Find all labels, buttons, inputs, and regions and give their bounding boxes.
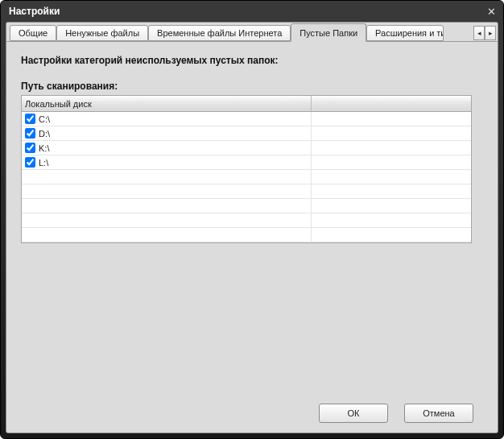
- table-row-empty: [22, 170, 471, 184]
- dialog-buttons: ОК Отмена: [6, 396, 498, 433]
- tab-label: Расширения и типы: [375, 28, 444, 38]
- cell-path: K:\: [22, 141, 312, 155]
- drive-checkbox[interactable]: [25, 128, 35, 139]
- table-row[interactable]: D:\: [22, 126, 471, 141]
- table-row-empty: [22, 184, 471, 199]
- scan-path-grid: Локальный диск C:\D:\K:\L:\: [21, 95, 472, 243]
- tab-scroll-right[interactable]: ▸: [485, 26, 496, 40]
- cell-empty: [312, 155, 471, 169]
- cell-empty: [22, 199, 312, 213]
- triangle-left-icon: ◂: [477, 29, 481, 37]
- window-title: Настройки: [9, 6, 484, 17]
- cell-empty: [312, 126, 471, 140]
- tab-scroll-controls: ◂ ▸: [473, 25, 498, 41]
- tabstrip: Общие Ненужные файлы Временные файлы Инт…: [6, 23, 498, 42]
- tab-content: Настройки категорий неиспользуемых пусты…: [6, 42, 498, 396]
- cell-empty: [312, 184, 471, 198]
- tab-general[interactable]: Общие: [10, 25, 56, 41]
- cell-path: L:\: [22, 155, 312, 169]
- table-row[interactable]: K:\: [22, 141, 471, 155]
- drive-path: K:\: [39, 143, 49, 153]
- table-row-empty: [22, 228, 471, 242]
- tab-empty-folders[interactable]: Пустые Папки: [291, 23, 366, 42]
- cell-empty: [312, 228, 471, 242]
- cell-empty: [312, 112, 471, 126]
- cell-empty: [312, 141, 471, 155]
- settings-window: Настройки ✕ Общие Ненужные файлы Временн…: [0, 0, 504, 439]
- grid-header-local-disk[interactable]: Локальный диск: [22, 96, 312, 112]
- cell-empty: [22, 184, 312, 198]
- cell-empty: [22, 228, 312, 242]
- ok-button[interactable]: ОК: [319, 404, 388, 423]
- grid-body: C:\D:\K:\L:\: [22, 112, 471, 242]
- grid-header-col2[interactable]: [312, 96, 471, 112]
- tab-internet-temp[interactable]: Временные файлы Интернета: [148, 25, 291, 41]
- tab-label: Общие: [19, 28, 48, 38]
- table-row-empty: [22, 199, 471, 213]
- cell-empty: [312, 170, 471, 184]
- tab-label: Ненужные файлы: [65, 28, 139, 38]
- triangle-right-icon: ▸: [489, 29, 493, 37]
- drive-path: C:\: [39, 114, 50, 124]
- tab-extensions[interactable]: Расширения и типы: [366, 25, 444, 41]
- tab-scroll-left[interactable]: ◂: [473, 26, 485, 40]
- titlebar[interactable]: Настройки ✕: [1, 1, 503, 22]
- close-button[interactable]: ✕: [484, 4, 498, 19]
- tab-junk-files[interactable]: Ненужные файлы: [56, 25, 148, 41]
- tab-label: Временные файлы Интернета: [157, 28, 282, 38]
- cell-empty: [312, 199, 471, 213]
- grid-header: Локальный диск: [22, 96, 471, 112]
- drive-path: L:\: [39, 158, 48, 168]
- drive-checkbox[interactable]: [25, 157, 35, 168]
- cell-empty: [22, 213, 312, 227]
- cell-path: D:\: [22, 126, 312, 140]
- section-title: Настройки категорий неиспользуемых пусты…: [21, 55, 483, 66]
- tab-label: Пустые Папки: [300, 28, 357, 38]
- cell-path: C:\: [22, 112, 312, 126]
- cell-empty: [22, 170, 312, 184]
- table-row-empty: [22, 213, 471, 228]
- close-icon: ✕: [487, 6, 496, 17]
- drive-path: D:\: [39, 129, 50, 139]
- client-area: Общие Ненужные файлы Временные файлы Инт…: [6, 22, 498, 433]
- table-row[interactable]: L:\: [22, 155, 471, 170]
- cell-empty: [312, 213, 471, 227]
- table-row[interactable]: C:\: [22, 112, 471, 126]
- cancel-button[interactable]: Отмена: [404, 404, 473, 423]
- drive-checkbox[interactable]: [25, 114, 35, 124]
- scan-path-label: Путь сканирования:: [21, 81, 483, 92]
- drive-checkbox[interactable]: [25, 143, 35, 153]
